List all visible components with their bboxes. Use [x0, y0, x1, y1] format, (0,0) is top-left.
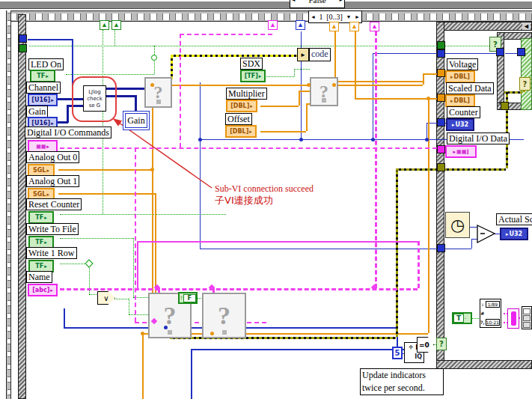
- tick-count-function[interactable]: ◷: [445, 212, 470, 238]
- terminal-arrow-icon: ▸: [46, 144, 49, 150]
- terminal-multiplier[interactable]: [DBL]▸: [226, 100, 257, 112]
- tunnel[interactable]: [437, 94, 445, 102]
- terminal-scaled-data[interactable]: ▸DBL]: [445, 94, 475, 107]
- sdx-label[interactable]: SDX: [240, 58, 263, 70]
- tunnel[interactable]: [19, 34, 27, 43]
- control-label[interactable]: Write To File: [26, 223, 79, 235]
- terminal-reset-counter[interactable]: TF▸: [28, 211, 54, 224]
- gain-local-variable[interactable]: Gain: [123, 111, 150, 130]
- wire: [58, 193, 155, 195]
- terminal-led-on[interactable]: TF▸: [30, 70, 55, 82]
- equal-zero-function[interactable]: =0: [417, 337, 434, 353]
- loop-selector-tunnel[interactable]: ?: [436, 338, 447, 350]
- wire-junction: [151, 55, 157, 61]
- terminal-arrow-icon: ▸: [50, 287, 53, 293]
- control-label[interactable]: Analog Out 0: [26, 151, 79, 163]
- tunnel[interactable]: [19, 44, 27, 52]
- terminal-arrow-icon: ▸: [46, 192, 49, 198]
- terminal-channel[interactable]: [U16]▸: [28, 94, 58, 106]
- ljlog-subvi[interactable]: LJlog check se G: [83, 85, 106, 112]
- subtract-function[interactable]: [476, 224, 497, 245]
- code-indicator-label[interactable]: code: [309, 48, 331, 61]
- control-label[interactable]: Channel: [26, 82, 61, 94]
- sequence-border-left[interactable]: [6, 10, 11, 399]
- or-gate[interactable]: ∨: [97, 291, 115, 305]
- control-label[interactable]: Reset Counter: [26, 198, 82, 210]
- loop-scroll-arrow-icon[interactable]: ◄: [522, 22, 531, 30]
- date-time-function[interactable]: : # ?, 1/89 10:21: [480, 299, 501, 328]
- left-loop-border[interactable]: [18, 14, 26, 399]
- wire: [180, 34, 272, 35]
- wire: [294, 69, 310, 70]
- tunnel[interactable]: [437, 69, 445, 77]
- control-label[interactable]: Gain: [26, 106, 48, 118]
- control-label[interactable]: Analog Out 1: [26, 175, 79, 187]
- terminal-name[interactable]: [abc]▸: [28, 284, 58, 296]
- terminal-arrow-icon: ▸: [259, 73, 262, 79]
- sequence-local-icon[interactable]: ▲: [296, 20, 305, 30]
- wire: [444, 249, 471, 249]
- tunnel[interactable]: [437, 41, 445, 49]
- terminal-digital-io-data[interactable]: ▸▦▦]: [445, 145, 477, 158]
- tunnel[interactable]: [437, 118, 445, 127]
- indicator-label[interactable]: Digital I/O Data: [447, 133, 510, 144]
- terminal-voltage[interactable]: ▸DBL]: [445, 70, 475, 83]
- right-loop-border-top[interactable]: [436, 22, 532, 31]
- indicator-label[interactable]: Scaled Data: [446, 82, 494, 94]
- tunnel[interactable]: [496, 48, 504, 56]
- sequence-local-icon[interactable]: ▲: [268, 20, 278, 30]
- terminal-arrow-icon: ▸: [249, 129, 252, 135]
- code-arrow-box: ►: [297, 48, 309, 61]
- wire-junction: [426, 97, 430, 100]
- frame-prev-icon[interactable]: ◄: [311, 11, 316, 23]
- control-label[interactable]: Name: [26, 271, 52, 283]
- constant-5[interactable]: 5: [392, 347, 403, 359]
- case-next-arrow-icon[interactable]: ►: [338, 0, 344, 5]
- missing-subvi-1[interactable]: ?: [144, 77, 172, 108]
- terminal-actual-scan-rate[interactable]: ▸U32: [500, 228, 528, 240]
- terminal-counter[interactable]: ▸U32: [446, 118, 474, 131]
- missing-subvi-4[interactable]: ?: [202, 293, 246, 338]
- or-gate-glyph: ∨: [103, 294, 108, 302]
- missing-subvi-2[interactable]: ?: [310, 77, 338, 106]
- tunnel[interactable]: [517, 48, 525, 56]
- terminal-arrow-icon: ▸: [44, 240, 47, 246]
- wire: [299, 91, 310, 92]
- terminal-arrow-icon: ▸: [450, 98, 453, 104]
- sequence-local-icon[interactable]: ▲: [349, 22, 359, 31]
- indicator-label[interactable]: Voltage: [447, 58, 478, 70]
- terminal-sdx[interactable]: [TF]▸: [240, 70, 266, 82]
- wire: [306, 103, 308, 131]
- terminal-arrow-icon: ▸: [46, 168, 49, 174]
- tunnel[interactable]: [437, 49, 445, 58]
- false-constant[interactable]: ? F: [178, 292, 198, 304]
- sequence-local-icon[interactable]: ▲: [329, 22, 339, 31]
- sequence-local-icon[interactable]: ▲: [111, 20, 121, 30]
- offset-label[interactable]: Offset: [225, 113, 252, 125]
- build-array-function[interactable]: [522, 306, 532, 329]
- sequence-local-icon[interactable]: ▲: [370, 22, 379, 31]
- tunnel[interactable]: [437, 145, 445, 153]
- true-constant[interactable]: T ▫: [452, 312, 472, 324]
- sequence-local-icon[interactable]: ▲: [100, 20, 109, 30]
- wire: [129, 299, 129, 314]
- wire: [375, 31, 377, 288]
- terminal-arrow-icon: ▸: [453, 149, 456, 155]
- concatenate-strings-function[interactable]: [507, 308, 519, 329]
- multiplier-label[interactable]: Multiplier: [226, 88, 267, 100]
- control-label[interactable]: LED On: [28, 58, 64, 70]
- control-label[interactable]: Digital I/O Commands: [25, 127, 111, 138]
- tunnel[interactable]: [437, 244, 445, 252]
- tunnel[interactable]: [501, 102, 509, 110]
- control-label[interactable]: Write 1 Row: [26, 247, 77, 259]
- case-selector-label[interactable]: ◄ False ►: [290, 0, 345, 8]
- wire: [506, 91, 508, 103]
- indicator-label[interactable]: Counter: [447, 106, 480, 118]
- right-loop-border-bottom[interactable]: [436, 360, 532, 369]
- case-prev-arrow-icon[interactable]: ◄: [290, 0, 296, 5]
- tunnel[interactable]: [437, 163, 445, 171]
- update-note: Update indicators twice per second.: [360, 368, 444, 395]
- nested-selector-tunnel[interactable]: ?: [519, 77, 531, 91]
- actual-scan-rate-label[interactable]: Actual Sc: [496, 213, 532, 225]
- terminal-offset[interactable]: [DBL]▸: [225, 125, 257, 138]
